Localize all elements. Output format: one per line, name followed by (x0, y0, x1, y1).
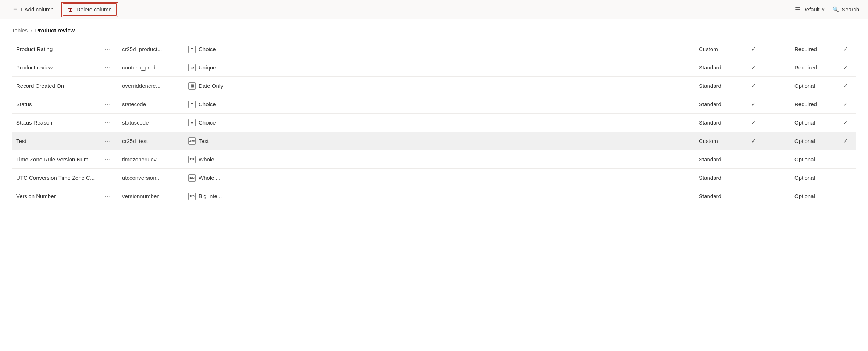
column-required: Required (790, 40, 834, 58)
delete-column-button[interactable]: 🗑 Delete column (63, 3, 117, 16)
search-label: Search (842, 6, 859, 12)
row-options-dots[interactable]: ··· (100, 58, 118, 77)
column-gap (768, 95, 790, 114)
check-icon: ✓ (751, 83, 756, 89)
column-searchable (739, 150, 768, 169)
view-label: Default (802, 6, 820, 12)
column-required-check: ✓ (834, 132, 856, 150)
check-icon: ✓ (751, 101, 756, 107)
column-required: Optional (790, 114, 834, 132)
breadcrumb-separator: › (31, 28, 32, 33)
columns-table-container: Product Rating ··· cr25d_product... ≡ Ch… (0, 37, 868, 217)
table-row[interactable]: Time Zone Rule Version Num... ··· timezo… (12, 150, 856, 169)
type-label: Choice (199, 119, 216, 126)
check-icon: ✓ (751, 64, 756, 71)
check2-icon: ✓ (843, 138, 848, 144)
column-searchable (739, 187, 768, 205)
column-source: Standard (694, 58, 739, 77)
column-required: Optional (790, 132, 834, 150)
column-required: Optional (790, 150, 834, 169)
delete-column-wrapper: 🗑 Delete column (61, 2, 118, 17)
column-type: 123 Big Inte... (184, 187, 694, 205)
column-type: ≡ Choice (184, 95, 694, 114)
column-name: Version Number (12, 187, 100, 205)
row-options-dots[interactable]: ··· (100, 169, 118, 187)
table-row[interactable]: Product Rating ··· cr25d_product... ≡ Ch… (12, 40, 856, 58)
column-required-check (834, 150, 856, 169)
default-view-button[interactable]: ☰ Default ∨ (795, 6, 825, 13)
column-source: Custom (694, 132, 739, 150)
table-row[interactable]: UTC Conversion Time Zone C... ··· utccon… (12, 169, 856, 187)
column-name: Time Zone Rule Version Num... (12, 150, 100, 169)
column-gap (768, 40, 790, 58)
type-icon: ≡ (188, 101, 196, 108)
row-options-dots[interactable]: ··· (100, 150, 118, 169)
column-required-check: ✓ (834, 114, 856, 132)
delete-column-label: Delete column (77, 6, 112, 12)
row-options-dots[interactable]: ··· (100, 95, 118, 114)
column-required-check: ✓ (834, 58, 856, 77)
column-code: cr25d_product... (118, 40, 184, 58)
row-options-dots[interactable]: ··· (100, 132, 118, 150)
type-label: Unique ... (199, 64, 222, 71)
column-type: 123 Whole ... (184, 150, 694, 169)
search-button[interactable]: 🔍 Search (832, 6, 859, 13)
column-gap (768, 169, 790, 187)
column-code: statuscode (118, 114, 184, 132)
row-options-dots[interactable]: ··· (100, 40, 118, 58)
type-label: Whole ... (199, 156, 220, 162)
column-code: utcconversion... (118, 169, 184, 187)
column-code: timezonerulev... (118, 150, 184, 169)
check2-icon: ✓ (843, 64, 848, 71)
column-gap (768, 132, 790, 150)
column-searchable: ✓ (739, 132, 768, 150)
table-row[interactable]: Status ··· statecode ≡ Choice Standard ✓… (12, 95, 856, 114)
column-type: ▦ Date Only (184, 77, 694, 95)
column-type: ≡ Choice (184, 40, 694, 58)
check2-icon: ✓ (843, 101, 848, 107)
column-name: Status Reason (12, 114, 100, 132)
check-icon: ✓ (751, 46, 756, 52)
check2-icon: ✓ (843, 119, 848, 126)
column-name: Status (12, 95, 100, 114)
column-required: Optional (790, 187, 834, 205)
column-name: Test (12, 132, 100, 150)
type-label: Big Inte... (199, 193, 222, 199)
type-label: Choice (199, 46, 216, 52)
column-source: Custom (694, 40, 739, 58)
type-icon: ▭ (188, 64, 196, 71)
column-code: cr25d_test (118, 132, 184, 150)
column-name: Record Created On (12, 77, 100, 95)
plus-icon: + (13, 6, 17, 13)
column-searchable: ✓ (739, 114, 768, 132)
type-icon: 123 (188, 193, 196, 200)
breadcrumb-current: Product review (35, 27, 75, 33)
trash-icon: 🗑 (68, 6, 74, 13)
type-icon: 123 (188, 174, 196, 182)
check2-icon: ✓ (843, 83, 848, 89)
column-name: UTC Conversion Time Zone C... (12, 169, 100, 187)
table-row[interactable]: Product review ··· contoso_prod... ▭ Uni… (12, 58, 856, 77)
table-row[interactable]: Status Reason ··· statuscode ≡ Choice St… (12, 114, 856, 132)
column-name: Product review (12, 58, 100, 77)
menu-lines-icon: ☰ (795, 6, 800, 13)
row-options-dots[interactable]: ··· (100, 77, 118, 95)
column-gap (768, 77, 790, 95)
column-gap (768, 150, 790, 169)
column-searchable: ✓ (739, 58, 768, 77)
table-row[interactable]: Test ··· cr25d_test Abc Text Custom ✓ Op… (12, 132, 856, 150)
column-code: overriddencre... (118, 77, 184, 95)
column-source: Standard (694, 169, 739, 187)
column-type: ▭ Unique ... (184, 58, 694, 77)
table-row[interactable]: Record Created On ··· overriddencre... ▦… (12, 77, 856, 95)
column-required-check: ✓ (834, 95, 856, 114)
row-options-dots[interactable]: ··· (100, 114, 118, 132)
column-type: Abc Text (184, 132, 694, 150)
add-column-button[interactable]: + + Add column (9, 3, 58, 15)
table-row[interactable]: Version Number ··· versionnumber 123 Big… (12, 187, 856, 205)
column-type: 123 Whole ... (184, 169, 694, 187)
breadcrumb-tables-link[interactable]: Tables (12, 27, 28, 33)
type-label: Whole ... (199, 175, 220, 181)
row-options-dots[interactable]: ··· (100, 187, 118, 205)
toolbar-left: + + Add column 🗑 Delete column (9, 2, 795, 17)
